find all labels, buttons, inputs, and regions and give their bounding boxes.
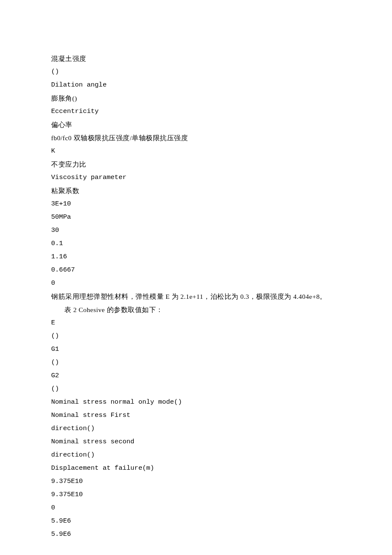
- text-line: (): [51, 382, 341, 396]
- text-line: Nominal stress normal only mode(): [51, 396, 341, 409]
- text-line: direction(): [51, 448, 341, 462]
- text-line: 1.16: [51, 250, 341, 263]
- text-line: 0.6667: [51, 263, 341, 277]
- text-line: 0: [51, 277, 341, 290]
- text-line: 9.375E10: [51, 475, 341, 488]
- text-line: 3E+10: [51, 197, 341, 211]
- text-line: 50MPa: [51, 211, 341, 224]
- text-line: Viscosity parameter: [51, 171, 341, 184]
- document-page: 混凝土强度 () Dilation angle 膨胀角() Eccentrici…: [0, 0, 392, 555]
- text-line: E: [51, 316, 341, 330]
- text-line: 30: [51, 224, 341, 237]
- text-line: 5.9E6: [51, 515, 341, 528]
- text-line: Eccentricity: [51, 105, 341, 118]
- text-line: Nominal stress second: [51, 435, 341, 448]
- text-line: G2: [51, 369, 341, 382]
- text-line: 粘聚系数: [51, 184, 341, 197]
- table2-caption: 表 2 Cohesive 的参数取值如下：: [51, 303, 341, 316]
- text-line: 不变应力比: [51, 158, 341, 171]
- text-line: Nominal stress First: [51, 409, 341, 422]
- text-line: 9.375E10: [51, 488, 341, 501]
- steel-paragraph: 钢筋采用理想弹塑性材料，弹性模量 E 为 2.1e+11，泊松比为 0.3，极限…: [51, 290, 341, 303]
- text-line: (): [51, 330, 341, 343]
- text-line: Dilation angle: [51, 78, 341, 92]
- text-line: (): [51, 65, 341, 78]
- text-line: K: [51, 145, 341, 158]
- text-line: direction(): [51, 422, 341, 435]
- text-line: Displacement at failure(m): [51, 462, 341, 475]
- text-line: G1: [51, 343, 341, 356]
- text-line: 0.1: [51, 237, 341, 250]
- text-line: fb0/fc0 双轴极限抗压强度/单轴极限抗压强度: [51, 131, 341, 145]
- text-line: (): [51, 356, 341, 369]
- text-line: 0: [51, 501, 341, 515]
- text-line: 偏心率: [51, 118, 341, 131]
- text-line: 混凝土强度: [51, 52, 341, 65]
- text-line: 膨胀角(): [51, 92, 341, 105]
- text-line: 5.9E6: [51, 528, 341, 541]
